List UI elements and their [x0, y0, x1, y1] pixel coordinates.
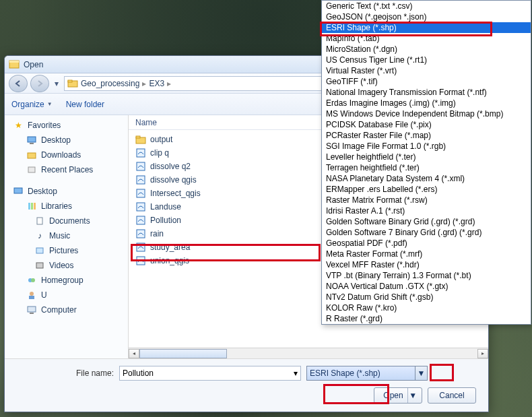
- chevron-down-icon: ▼: [47, 101, 53, 107]
- filetype-option[interactable]: Geospatial PDF (*.pdf): [322, 238, 531, 249]
- filetype-option[interactable]: R Raster (*.grd): [322, 313, 531, 324]
- filetype-option[interactable]: Raster Matrix Format (*.rsw): [322, 195, 531, 205]
- computer-icon: [26, 304, 37, 315]
- shapefile-icon: [135, 201, 146, 212]
- file-label: Landuse: [150, 202, 181, 212]
- filetype-option[interactable]: NOAA Vertical Datum .GTX (*.gtx): [322, 281, 531, 292]
- filetype-option[interactable]: VTP .bt (Binary Terrain) 1.3 Format (*.b…: [322, 270, 531, 281]
- file-label: Intersect_qgis: [150, 189, 201, 198]
- filetype-option[interactable]: Erdas Imagine Images (.img) (*.img): [322, 98, 531, 108]
- filetype-option[interactable]: Terragen heightfield (*.ter): [322, 162, 531, 173]
- tree-recent-places[interactable]: Recent Places: [5, 162, 128, 177]
- filetype-option[interactable]: SGI Image File Format 1.0 (*.rgb): [322, 141, 531, 152]
- tree-homegroup[interactable]: Homegroup: [5, 273, 128, 288]
- tree-label: U: [41, 290, 47, 300]
- filetype-option[interactable]: MS Windows Device Independent Bitmap (*.…: [322, 108, 531, 119]
- nav-tree[interactable]: ★ Favorites Desktop Downloads Recent Pla…: [5, 115, 129, 358]
- filetype-option[interactable]: MicroStation (*.dgn): [322, 44, 531, 55]
- tree-desktop[interactable]: Desktop: [5, 133, 128, 148]
- filetype-combo[interactable]: ESRI Shape (*.shp) ▼: [306, 366, 428, 381]
- forward-button[interactable]: [30, 75, 49, 92]
- tree-desktop-root[interactable]: Desktop: [5, 184, 128, 199]
- folder-icon: [67, 78, 78, 89]
- back-button[interactable]: [9, 75, 28, 92]
- svg-rect-6: [28, 153, 36, 158]
- filetype-dropdown-button[interactable]: ▼: [415, 366, 427, 380]
- svg-rect-22: [136, 136, 140, 138]
- filetype-option[interactable]: National Imagery Transmission Format (*.…: [322, 87, 531, 98]
- shapefile-icon: [135, 188, 146, 199]
- filetype-option[interactable]: PCIDSK Database File (*.pix): [322, 119, 531, 130]
- filetype-option[interactable]: NTv2 Datum Grid Shift (*.gsb): [322, 292, 531, 302]
- filetype-option[interactable]: Golden Software Binary Grid (.grd) (*.gr…: [322, 216, 531, 227]
- scroll-right-button[interactable]: ▸: [477, 349, 488, 358]
- filetype-option[interactable]: Virtual Raster (*.vrt): [322, 65, 531, 76]
- filetype-option[interactable]: US Census Tiger Line (*.rt1): [322, 55, 531, 65]
- filetype-option[interactable]: MapInfo (*.tab): [322, 33, 531, 44]
- svg-rect-24: [137, 162, 145, 170]
- filename-value: Pollution: [123, 368, 154, 378]
- window-title: Open: [24, 60, 43, 69]
- filetype-option[interactable]: NASA Planetary Data System 4 (*.xml): [322, 173, 531, 184]
- file-label: union_qgis: [150, 256, 189, 265]
- chevron-down-icon[interactable]: ▾: [294, 368, 298, 378]
- svg-rect-12: [37, 218, 42, 224]
- filetype-option[interactable]: GeoJSON (*.geojson *.json): [322, 11, 531, 22]
- breadcrumb-part[interactable]: Geo_processing: [81, 79, 139, 88]
- scroll-track[interactable]: [139, 349, 477, 358]
- filetype-value: ESRI Shape (*.shp): [310, 368, 380, 378]
- filetype-option[interactable]: Idrisi Raster A.1 (*.rst): [322, 205, 531, 216]
- tree-label: Computer: [41, 305, 77, 315]
- scroll-left-button[interactable]: ◂: [129, 349, 139, 358]
- dialog-bottom: File name: Pollution ▾ ESRI Shape (*.shp…: [5, 358, 488, 412]
- svg-rect-28: [137, 216, 145, 224]
- cancel-button[interactable]: Cancel: [428, 387, 476, 404]
- scroll-thumb[interactable]: [139, 349, 227, 358]
- filetype-option[interactable]: Vexcel MFF Raster (*.hdr): [322, 259, 531, 270]
- tree-documents[interactable]: Documents: [5, 214, 128, 228]
- organize-menu[interactable]: Organize ▼: [11, 100, 53, 109]
- recent-icon: [26, 164, 37, 175]
- filetype-option[interactable]: Generic Text (*.txt *.csv): [322, 1, 531, 11]
- tree-videos[interactable]: Videos: [5, 258, 128, 273]
- tree-downloads[interactable]: Downloads: [5, 148, 128, 162]
- open-split-dropdown[interactable]: ▼: [407, 388, 418, 403]
- filetype-option[interactable]: KOLOR Raw (*.kro): [322, 302, 531, 313]
- tree-music[interactable]: ♪ Music: [5, 228, 128, 243]
- libraries-icon: [26, 201, 37, 212]
- filetype-dropdown-menu[interactable]: Generic Text (*.txt *.csv)GeoJSON (*.geo…: [321, 0, 531, 325]
- svg-rect-27: [137, 203, 145, 211]
- filetype-option[interactable]: Golden Software 7 Binary Grid (.grd) (*.…: [322, 227, 531, 238]
- tree-user[interactable]: U: [5, 288, 128, 302]
- horizontal-scrollbar[interactable]: ◂ ▸: [129, 348, 488, 358]
- tree-favorites[interactable]: ★ Favorites: [5, 118, 128, 133]
- filetype-option[interactable]: PCRaster Raster File (*.map): [322, 130, 531, 141]
- svg-rect-31: [137, 257, 145, 265]
- filetype-option[interactable]: GeoTIFF (*.tif): [322, 76, 531, 87]
- tree-libraries[interactable]: Libraries: [5, 199, 128, 214]
- filetype-option[interactable]: ERMapper .ers Labelled (*.ers): [322, 184, 531, 195]
- svg-rect-10: [31, 203, 33, 210]
- desktop-icon: [13, 186, 24, 197]
- tree-label: Pictures: [49, 246, 78, 255]
- filetype-option[interactable]: Leveller heightfield (*.ter): [322, 152, 531, 162]
- svg-rect-26: [137, 189, 145, 197]
- filetype-option[interactable]: Meta Raster Format (*.mrf): [322, 249, 531, 259]
- user-icon: [26, 290, 37, 300]
- tree-computer[interactable]: Computer: [5, 302, 128, 317]
- filename-label: File name:: [13, 368, 114, 378]
- svg-rect-9: [28, 203, 30, 210]
- app-icon: [9, 59, 20, 70]
- documents-icon: [34, 216, 45, 226]
- organize-label: Organize: [11, 100, 44, 109]
- filetype-option[interactable]: ESRI Shape (*.shp): [322, 22, 531, 33]
- filename-input[interactable]: Pollution ▾: [119, 366, 301, 381]
- svg-point-16: [31, 278, 35, 282]
- open-button[interactable]: Open ▼: [374, 387, 422, 404]
- breadcrumb-part[interactable]: EX3: [149, 79, 164, 88]
- new-folder-button[interactable]: New folder: [66, 100, 104, 109]
- nav-history-dropdown[interactable]: ▾: [52, 75, 61, 92]
- tree-pictures[interactable]: Pictures: [5, 243, 128, 258]
- tree-label: Music: [49, 231, 70, 240]
- new-folder-label: New folder: [66, 100, 104, 109]
